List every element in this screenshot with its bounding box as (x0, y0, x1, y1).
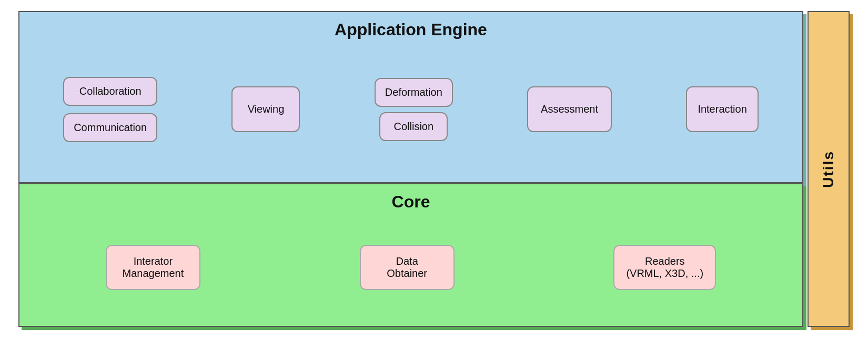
interator-management-box: Interator Management (106, 245, 200, 290)
assessment-box: Assessment (527, 86, 612, 132)
diagram-wrapper: Application Engine Collaboration Communi… (18, 11, 850, 327)
main-area: Application Engine Collaboration Communi… (18, 11, 803, 327)
interaction-box: Interaction (686, 86, 758, 132)
utils-label: Utils (820, 151, 837, 188)
left-stack: Collaboration Communication (63, 77, 157, 142)
collision-box: Collision (379, 112, 448, 141)
app-engine-block: Application Engine Collaboration Communi… (18, 11, 803, 183)
core-block: Core Interator Management Data Obtainer … (18, 183, 803, 327)
app-engine-title: Application Engine (30, 17, 792, 39)
utils-sidebar: Utils (808, 11, 850, 327)
collaboration-box: Collaboration (63, 77, 157, 106)
app-engine-content: Collaboration Communication Viewing Defo… (30, 47, 792, 172)
core-title: Core (30, 190, 792, 212)
data-obtainer-box: Data Obtainer (360, 245, 455, 290)
viewing-box: Viewing (231, 86, 300, 132)
communication-box: Communication (63, 113, 157, 142)
readers-box: Readers (VRML, X3D, ...) (613, 245, 716, 290)
deform-col: Deformation Collision (375, 78, 453, 141)
core-content: Interator Management Data Obtainer Reade… (30, 220, 792, 315)
deformation-box: Deformation (375, 78, 453, 107)
